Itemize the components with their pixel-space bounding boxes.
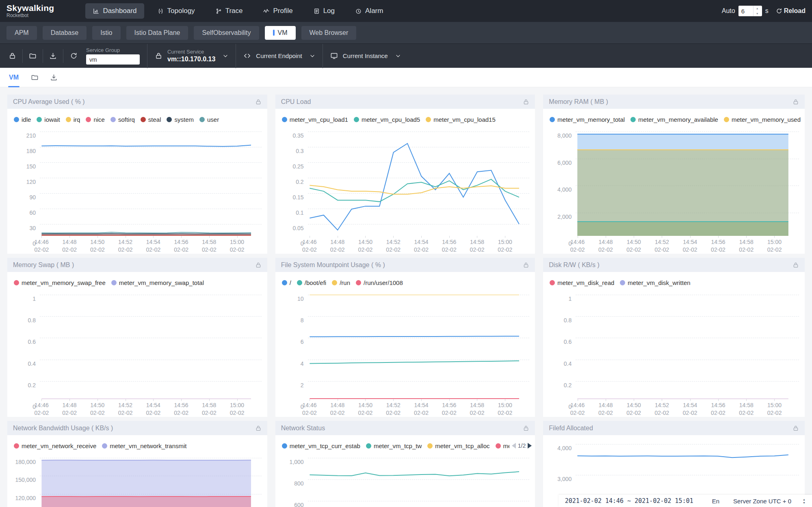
stepper-up-icon[interactable]: ▲ bbox=[754, 6, 761, 11]
nav-item-log[interactable]: Log bbox=[306, 3, 342, 19]
legend-label: idle bbox=[22, 116, 31, 123]
dashboard-tab-database[interactable]: Database bbox=[43, 26, 87, 40]
reload-button[interactable]: Reload bbox=[776, 7, 806, 15]
legend-item[interactable]: nice bbox=[86, 116, 105, 123]
legend-next-icon[interactable] bbox=[528, 443, 532, 449]
lock-icon[interactable] bbox=[255, 262, 262, 268]
chart-network-status[interactable]: 02004006008001,00014:4602-0214:4802-0214… bbox=[275, 454, 535, 507]
legend-label: meter_vm_cpu_load5 bbox=[362, 116, 420, 123]
legend-item[interactable]: user bbox=[199, 116, 219, 123]
lock-icon[interactable] bbox=[793, 99, 799, 105]
legend-item[interactable]: meter_vm_cpu_load1 bbox=[282, 116, 348, 123]
dashboard-tab-vm[interactable]: VM bbox=[265, 26, 296, 40]
dashboard-tab-apm[interactable]: APM bbox=[6, 26, 37, 40]
lock-icon[interactable] bbox=[255, 99, 262, 105]
x-tick-label: 14:4602-02 bbox=[302, 401, 317, 416]
legend-item[interactable]: meter_vm_network_receive bbox=[14, 442, 96, 449]
folder-icon[interactable] bbox=[31, 73, 39, 81]
x-tick-label: 14:5802-02 bbox=[470, 401, 485, 416]
lock-icon[interactable] bbox=[255, 425, 262, 431]
chart-memory-ram[interactable]: 02,0004,0006,0008,00014:4602-0214:4802-0… bbox=[543, 127, 805, 254]
auto-interval-stepper[interactable]: ▲▼ bbox=[738, 6, 762, 16]
stepper-down-icon[interactable]: ▼ bbox=[754, 11, 761, 16]
legend-item[interactable]: system bbox=[167, 116, 194, 123]
x-tick-label: 14:5002-02 bbox=[626, 238, 641, 253]
legend-item[interactable]: irq bbox=[66, 116, 80, 123]
auto-label: Auto bbox=[722, 7, 735, 15]
current-instance-selector[interactable]: Current Instance bbox=[330, 52, 401, 60]
nav-item-dashboard[interactable]: Dashboard bbox=[85, 3, 144, 19]
legend-prev-icon[interactable] bbox=[512, 443, 516, 449]
current-endpoint-selector[interactable]: Current Endpoint bbox=[243, 52, 315, 60]
legend-item[interactable]: meter_vm_memory_used bbox=[724, 116, 801, 123]
legend-item[interactable]: meter_vm_memory_swap_free bbox=[14, 279, 106, 286]
legend-item[interactable]: /run/user/1008 bbox=[356, 279, 403, 286]
y-axis: 00.20.40.60.81 bbox=[543, 295, 576, 417]
nav-item-topology[interactable]: Topology bbox=[150, 3, 202, 19]
dashboard-tab-web-browser[interactable]: Web Browser bbox=[301, 26, 357, 40]
legend-item[interactable]: meter_vm_tcp_alloc bbox=[427, 442, 489, 449]
chart-disk-rw[interactable]: 00.20.40.60.8114:4602-0214:4802-0214:500… bbox=[543, 291, 805, 417]
panel-network-status: Network Statusmeter_vm_tcp_curr_estabmet… bbox=[275, 421, 535, 507]
auto-interval-input[interactable] bbox=[738, 6, 753, 16]
legend-item[interactable]: /boot/efi bbox=[297, 279, 326, 286]
legend-item[interactable]: meter_vm_tcp_curr_estab bbox=[282, 442, 360, 449]
current-instance-label: Current Instance bbox=[343, 52, 388, 59]
chart-file-system-mountpoint-usage[interactable]: 024681014:4602-0214:4802-0214:5002-0214:… bbox=[275, 291, 535, 417]
zone-stepper[interactable]: ▲▼ bbox=[803, 498, 806, 504]
legend-item[interactable]: meter_vm_memory_available bbox=[630, 116, 718, 123]
legend-item[interactable]: meter_vm_network_transmit bbox=[102, 442, 186, 449]
language-toggle[interactable]: En bbox=[712, 498, 719, 505]
legend-item[interactable]: meter_vm_disk_read bbox=[550, 279, 614, 286]
legend-item[interactable]: / bbox=[282, 279, 291, 286]
service-group-input[interactable] bbox=[86, 54, 140, 65]
legend-dot-icon bbox=[141, 117, 146, 122]
lock-icon[interactable] bbox=[523, 262, 529, 268]
download-icon[interactable] bbox=[50, 73, 58, 81]
dashboard-tab-istio-data-plane[interactable]: Istio Data Plane bbox=[126, 26, 188, 40]
x-tick-label: 14:5402-02 bbox=[414, 238, 429, 253]
legend-item[interactable]: softirq bbox=[110, 116, 135, 123]
chart-cpu-load[interactable]: 00.050.10.150.20.250.30.3514:4602-0214:4… bbox=[275, 127, 535, 254]
legend-item[interactable]: idle bbox=[14, 116, 31, 123]
lock-icon[interactable] bbox=[793, 262, 799, 268]
panel-header: Filefd Allocated bbox=[543, 421, 805, 435]
stepper-up-icon[interactable]: ▲ bbox=[803, 498, 806, 501]
lock-icon[interactable] bbox=[523, 99, 529, 105]
legend-dot-icon bbox=[332, 280, 337, 285]
dashboard-tab-istio[interactable]: Istio bbox=[92, 26, 120, 40]
nav-item-alarm[interactable]: Alarm bbox=[348, 3, 390, 19]
import-template-button[interactable] bbox=[23, 49, 43, 63]
stepper-down-icon[interactable]: ▼ bbox=[803, 501, 806, 504]
time-range[interactable]: 2021-02-02 14:46 ~ 2021-02-02 15:01 bbox=[565, 497, 693, 505]
legend-item[interactable]: meter_vm_memory_swap_total bbox=[111, 279, 204, 286]
lock-icon[interactable] bbox=[523, 425, 529, 431]
legend-item[interactable]: meter_vm_disk_written bbox=[620, 279, 690, 286]
series-area-meter_vm_memory_available bbox=[578, 222, 788, 236]
tab-vm[interactable]: VM bbox=[8, 68, 19, 87]
refresh-button[interactable] bbox=[63, 49, 84, 63]
dashboard-tab-selfobservability[interactable]: SelfObservability bbox=[194, 26, 259, 40]
export-template-button[interactable] bbox=[43, 49, 63, 63]
view-tab-bar: VM bbox=[0, 68, 812, 87]
chart-cpu-average-used[interactable]: 030609012015018021014:4602-0214:4802-021… bbox=[7, 127, 267, 254]
nav-item-profile[interactable]: Profile bbox=[256, 3, 300, 19]
refresh-icon bbox=[70, 52, 78, 60]
chart-network-bandwidth-usage[interactable]: 030,00060,00090,000120,000150,000180,000… bbox=[7, 454, 267, 507]
legend-dot-icon bbox=[199, 117, 205, 122]
y-tick-label: 180 bbox=[26, 148, 36, 154]
legend-item[interactable]: meter_vm_tcp_tw bbox=[366, 442, 422, 449]
legend-item[interactable]: meter_vm_memory_total bbox=[550, 116, 625, 123]
legend-item[interactable]: iowait bbox=[37, 116, 60, 123]
chart-memory-swap[interactable]: 00.20.40.60.8114:4602-0214:4802-0214:500… bbox=[7, 291, 267, 417]
legend-item[interactable]: steal bbox=[141, 116, 161, 123]
lock-icon[interactable] bbox=[793, 425, 799, 431]
legend-item[interactable]: meter_vm_cpu_load15 bbox=[426, 116, 496, 123]
legend-item[interactable]: /run bbox=[332, 279, 350, 286]
current-service-selector[interactable]: Current Service vm::10.170.0.13 bbox=[155, 49, 228, 63]
legend-label: meter_vm_tcp_curr_estab bbox=[290, 442, 360, 449]
x-axis: 14:4602-0214:4802-0214:5002-0214:5202-02… bbox=[40, 399, 262, 417]
legend-item[interactable]: meter_vm_cpu_load5 bbox=[354, 116, 420, 123]
nav-item-trace[interactable]: Trace bbox=[208, 3, 250, 19]
lock-button[interactable] bbox=[2, 49, 23, 63]
